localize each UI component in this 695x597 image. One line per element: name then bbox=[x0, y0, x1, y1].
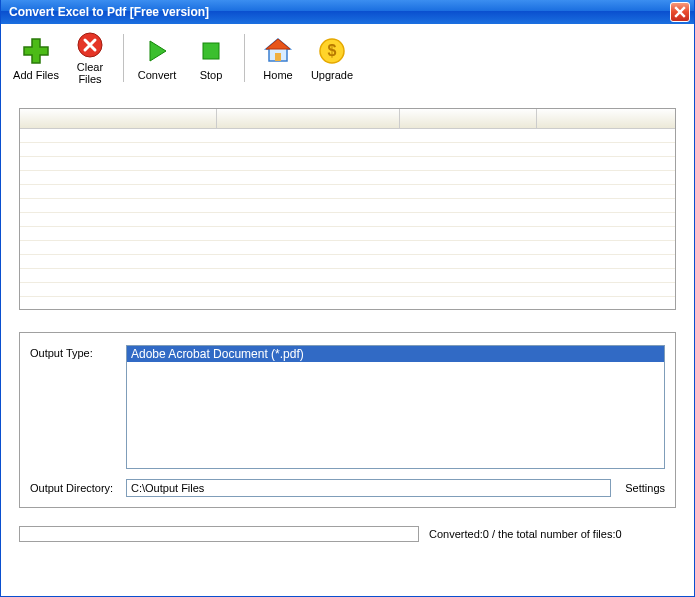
titlebar-buttons bbox=[670, 2, 690, 22]
upgrade-button[interactable]: $ Upgrade bbox=[305, 30, 359, 86]
grid-row bbox=[20, 171, 675, 185]
output-type-item[interactable]: Adobe Acrobat Document (*.pdf) bbox=[127, 346, 664, 362]
settings-link[interactable]: Settings bbox=[625, 482, 665, 494]
grid-row bbox=[20, 157, 675, 171]
output-type-label: Output Type: bbox=[30, 345, 118, 359]
stop-icon bbox=[195, 35, 227, 67]
svg-rect-2 bbox=[275, 53, 281, 61]
grid-row bbox=[20, 255, 675, 269]
status-row: Converted:0 / the total number of files:… bbox=[19, 526, 676, 542]
output-dir-input[interactable] bbox=[126, 479, 611, 497]
window-title: Convert Excel to Pdf [Free version] bbox=[9, 5, 209, 19]
home-icon bbox=[262, 35, 294, 67]
grid-col-3[interactable] bbox=[400, 109, 538, 128]
titlebar: Convert Excel to Pdf [Free version] bbox=[1, 0, 694, 24]
grid-row bbox=[20, 269, 675, 283]
close-button[interactable] bbox=[670, 2, 690, 22]
stop-button[interactable]: Stop bbox=[184, 30, 238, 86]
grid-col-1[interactable] bbox=[20, 109, 217, 128]
main-window: Convert Excel to Pdf [Free version] Add … bbox=[0, 0, 695, 597]
grid-col-4[interactable] bbox=[537, 109, 675, 128]
upgrade-label: Upgrade bbox=[311, 69, 353, 81]
plus-icon bbox=[20, 35, 52, 67]
output-panel: Output Type: Adobe Acrobat Document (*.p… bbox=[19, 332, 676, 508]
output-dir-row: Output Directory: Settings bbox=[30, 479, 665, 497]
svg-rect-1 bbox=[203, 43, 219, 59]
coin-icon: $ bbox=[316, 35, 348, 67]
output-dir-label: Output Directory: bbox=[30, 482, 118, 494]
grid-row bbox=[20, 213, 675, 227]
grid-row bbox=[20, 227, 675, 241]
grid-row bbox=[20, 283, 675, 297]
grid-row bbox=[20, 241, 675, 255]
convert-label: Convert bbox=[138, 69, 177, 81]
toolbar: Add Files Clear Files Convert bbox=[1, 24, 694, 88]
svg-text:$: $ bbox=[328, 42, 337, 59]
grid-row bbox=[20, 199, 675, 213]
convert-button[interactable]: Convert bbox=[130, 30, 184, 86]
add-files-button[interactable]: Add Files bbox=[9, 30, 63, 86]
home-button[interactable]: Home bbox=[251, 30, 305, 86]
grid-col-2[interactable] bbox=[217, 109, 400, 128]
content-area: Output Type: Adobe Acrobat Document (*.p… bbox=[1, 88, 694, 550]
grid-row bbox=[20, 129, 675, 143]
separator bbox=[244, 34, 245, 82]
add-files-label: Add Files bbox=[13, 69, 59, 81]
clear-files-label: Clear Files bbox=[64, 61, 116, 85]
output-type-list[interactable]: Adobe Acrobat Document (*.pdf) bbox=[126, 345, 665, 469]
grid-row bbox=[20, 297, 675, 310]
grid-row bbox=[20, 143, 675, 157]
separator bbox=[123, 34, 124, 82]
play-icon bbox=[141, 35, 173, 67]
home-label: Home bbox=[263, 69, 292, 81]
clear-files-button[interactable]: Clear Files bbox=[63, 30, 117, 86]
output-type-row: Output Type: Adobe Acrobat Document (*.p… bbox=[30, 345, 665, 469]
status-text: Converted:0 / the total number of files:… bbox=[429, 528, 622, 540]
clear-icon bbox=[74, 31, 106, 59]
files-grid[interactable] bbox=[19, 108, 676, 310]
grid-body[interactable] bbox=[20, 129, 675, 310]
stop-label: Stop bbox=[200, 69, 223, 81]
progress-bar bbox=[19, 526, 419, 542]
grid-header bbox=[20, 109, 675, 129]
close-icon bbox=[674, 6, 686, 18]
grid-row bbox=[20, 185, 675, 199]
